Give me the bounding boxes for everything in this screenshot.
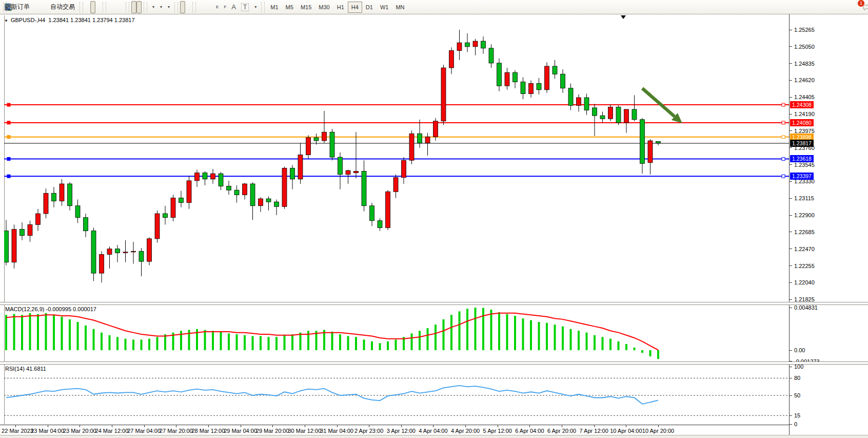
candle: [171, 198, 175, 217]
candle: [211, 174, 215, 179]
candle: [139, 251, 144, 261]
zoom-in-button[interactable]: [108, 1, 113, 13]
horizontal-line-button[interactable]: [203, 1, 208, 13]
axis-tick: [790, 215, 792, 216]
macd-bar: [395, 339, 397, 350]
indicators-button[interactable]: ▾: [149, 1, 157, 13]
tile-windows-button[interactable]: [119, 1, 124, 13]
channel-button[interactable]: E: [213, 1, 221, 13]
macd-bar: [450, 315, 452, 350]
axis-tick-label: 1.24405: [794, 94, 815, 100]
rsi-line: [6, 386, 658, 404]
dropdown-caret: ▾: [168, 5, 170, 9]
candle: [648, 141, 653, 163]
trendline-button[interactable]: [208, 1, 213, 13]
axis-tick: [790, 249, 792, 249]
time-tick-label: 31 Mar 04:00: [320, 428, 353, 434]
periods-button[interactable]: ▾: [157, 1, 165, 13]
candle: [44, 193, 48, 214]
tab-m15[interactable]: M15: [297, 2, 315, 13]
templates-button[interactable]: ▾: [165, 1, 172, 13]
macd-bar: [284, 335, 286, 350]
crosshair-button[interactable]: [185, 1, 190, 13]
text-button[interactable]: A: [229, 1, 239, 13]
toolbar-grip[interactable]: [174, 2, 178, 12]
toolbar-grip[interactable]: [103, 2, 106, 12]
auto-scroll-button[interactable]: [131, 1, 136, 13]
annotation-arrow: [642, 88, 675, 117]
candle: [346, 170, 350, 175]
candle: [362, 172, 366, 206]
tab-d1[interactable]: D1: [362, 2, 377, 13]
candle: [219, 174, 223, 186]
axis-tick: [790, 164, 792, 165]
chart-shift-button[interactable]: [136, 1, 142, 13]
macd-bar: [387, 341, 389, 350]
market-watch-button[interactable]: [32, 1, 37, 13]
time-tick: [594, 425, 595, 427]
candlestick-mode-button[interactable]: [90, 1, 95, 13]
vertical-line-button[interactable]: [198, 1, 203, 13]
candle: [409, 134, 414, 160]
chart-shift-marker[interactable]: [621, 15, 626, 19]
time-tick: [144, 425, 145, 427]
zoom-out-button[interactable]: [113, 1, 119, 13]
macd-bar: [21, 315, 23, 350]
macd-bar: [522, 318, 524, 350]
axis-tick: [790, 367, 792, 367]
fibonacci-button[interactable]: F: [221, 1, 229, 13]
signal-button[interactable]: [43, 1, 48, 13]
time-tick-label: 10 Apr 04:00: [610, 428, 642, 434]
price-axis[interactable]: 1.252651.250501.248351.246201.244051.241…: [789, 14, 868, 435]
search-button[interactable]: [850, 1, 855, 13]
axis-tick-label: 1.22040: [794, 279, 815, 285]
text-label-button[interactable]: T: [239, 1, 251, 13]
tab-h4[interactable]: H4: [348, 2, 362, 13]
tab-h1[interactable]: H1: [333, 2, 348, 13]
candle: [577, 98, 581, 105]
macd-bar: [602, 337, 604, 350]
toolbar-grip[interactable]: [261, 2, 265, 12]
axis-tick: [790, 282, 792, 283]
notifications-button[interactable]: 1: [858, 1, 863, 13]
macd-pane[interactable]: [4, 304, 789, 361]
candle: [28, 224, 32, 235]
toolbar-grip[interactable]: [126, 2, 129, 12]
candle: [234, 190, 239, 195]
pane-splitter[interactable]: [0, 302, 868, 305]
tab-w1[interactable]: W1: [377, 2, 392, 13]
time-tick: [658, 425, 659, 427]
macd-bar: [164, 334, 166, 350]
axis-tick: [790, 80, 792, 81]
toolbar-grip[interactable]: [144, 2, 147, 12]
auto-trading-button[interactable]: 自动交易: [48, 1, 77, 13]
rsi-pane[interactable]: [4, 364, 789, 424]
shapes-button[interactable]: ▾: [251, 1, 259, 13]
macd-bar: [618, 341, 620, 350]
bar-chart-mode-button[interactable]: [85, 1, 90, 13]
macd-bar: [77, 322, 79, 350]
line-chart-mode-button[interactable]: [95, 1, 101, 13]
time-tick: [15, 425, 16, 427]
main-price-chart[interactable]: [4, 15, 789, 302]
time-tick: [305, 425, 305, 427]
tab-m1[interactable]: M1: [267, 2, 282, 13]
time-axis[interactable]: 22 Mar 202323 Mar 04:0023 Mar 20:0024 Ma…: [0, 425, 868, 435]
chart-window-button[interactable]: [37, 1, 43, 13]
cursor-button[interactable]: [180, 1, 185, 13]
collapse-triangle-icon[interactable]: ▼: [4, 18, 8, 23]
time-tick: [529, 425, 530, 427]
tab-mn[interactable]: MN: [392, 2, 408, 13]
candle: [250, 184, 255, 206]
toolbar-grip[interactable]: [192, 2, 196, 12]
pane-splitter[interactable]: [0, 361, 868, 365]
candle: [68, 184, 72, 206]
dropdown-caret: ▾: [160, 5, 162, 9]
candle: [425, 137, 430, 143]
candle: [203, 173, 207, 179]
axis-tick-label: 1.22470: [794, 246, 815, 252]
tab-m5[interactable]: M5: [282, 2, 297, 13]
candle: [386, 192, 390, 227]
tab-m30[interactable]: M30: [315, 2, 333, 13]
toolbar-grip[interactable]: [80, 2, 83, 12]
